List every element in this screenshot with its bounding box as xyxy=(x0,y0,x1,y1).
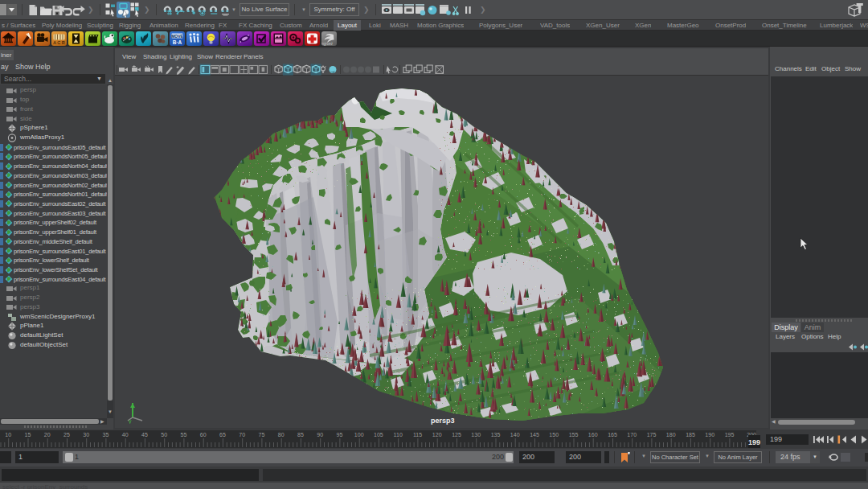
svg-text:35: 35 xyxy=(103,432,109,438)
svg-text:25: 25 xyxy=(63,432,70,438)
svg-text:100: 100 xyxy=(354,432,364,438)
svg-text:130: 130 xyxy=(471,432,481,438)
svg-text:50: 50 xyxy=(161,432,167,438)
svg-text:180: 180 xyxy=(666,432,676,438)
svg-text:15: 15 xyxy=(25,432,31,438)
svg-text:40: 40 xyxy=(122,432,129,438)
svg-text:80: 80 xyxy=(278,432,285,438)
svg-text:75: 75 xyxy=(259,432,265,438)
svg-text:170: 170 xyxy=(627,432,637,438)
svg-text:175: 175 xyxy=(647,432,657,438)
svg-text:95: 95 xyxy=(337,432,343,438)
svg-text:y: y xyxy=(129,418,132,424)
svg-text:140: 140 xyxy=(510,432,520,438)
svg-text:105: 105 xyxy=(374,432,383,438)
svg-text:60: 60 xyxy=(200,432,207,438)
svg-text:155: 155 xyxy=(569,432,579,438)
svg-text:125: 125 xyxy=(452,432,461,438)
svg-text:160: 160 xyxy=(588,432,598,438)
svg-text:135: 135 xyxy=(491,432,501,438)
svg-text:90: 90 xyxy=(317,432,323,438)
svg-text:115: 115 xyxy=(413,432,422,438)
svg-text:B·A: B·A xyxy=(173,39,182,45)
svg-text:110: 110 xyxy=(394,432,403,438)
svg-text:85: 85 xyxy=(297,432,304,438)
svg-text:20: 20 xyxy=(44,432,51,438)
svg-text:mgroez: mgroez xyxy=(321,42,334,46)
svg-text:150: 150 xyxy=(549,432,559,438)
svg-text:195: 195 xyxy=(725,432,735,438)
svg-text:70: 70 xyxy=(239,432,245,438)
svg-text:120: 120 xyxy=(432,432,442,438)
svg-text:45: 45 xyxy=(141,432,148,438)
svg-text:165: 165 xyxy=(608,432,617,438)
svg-text:185: 185 xyxy=(686,432,695,438)
svg-text:30: 30 xyxy=(83,432,89,438)
svg-text:10: 10 xyxy=(5,432,11,438)
svg-text:190: 190 xyxy=(705,432,714,438)
svg-text:65: 65 xyxy=(219,432,226,438)
svg-text:A C R: A C R xyxy=(53,40,64,45)
svg-text:MOVE: MOVE xyxy=(171,34,183,39)
svg-text:145: 145 xyxy=(530,432,539,438)
svg-text:55: 55 xyxy=(181,432,187,438)
